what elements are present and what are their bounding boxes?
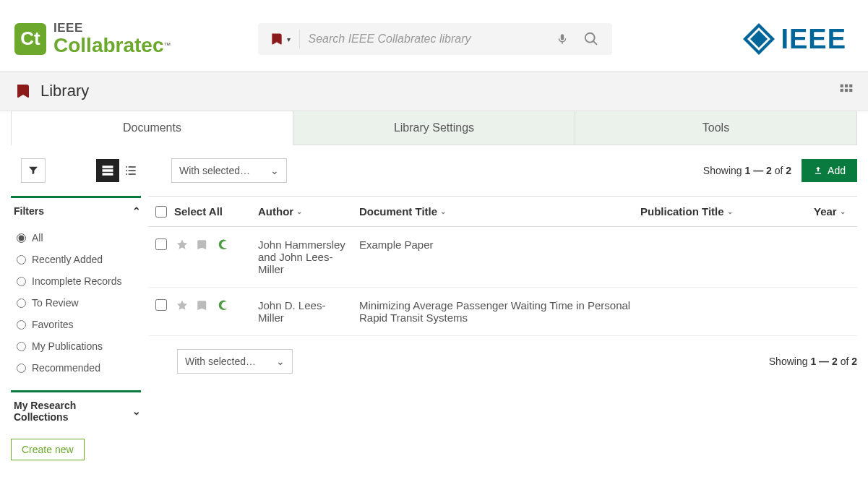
collections-panel-header[interactable]: My Research Collections ⌄ xyxy=(11,390,141,430)
svg-rect-8 xyxy=(849,88,852,91)
showing-count-bottom: Showing 1 — 2 of 2 xyxy=(769,356,857,367)
overleaf-icon[interactable] xyxy=(216,299,229,312)
upload-icon xyxy=(813,165,823,176)
ieee-logo[interactable]: IEEE xyxy=(742,22,846,56)
table-icon xyxy=(100,163,115,178)
tab-documents[interactable]: Documents xyxy=(11,111,293,145)
sidebar: Filters ⌃ All Recently Added Incomplete … xyxy=(11,196,148,460)
collabratec-logo[interactable]: Ct IEEE Collabratec™ xyxy=(14,22,171,56)
row-author: John Hammersley and John Lees-Miller xyxy=(258,238,359,275)
document-table: Select All Author⌄ Document Title⌄ Publi… xyxy=(148,196,857,460)
logo-collabratec-text: Collabratec™ xyxy=(53,35,171,56)
filter-to-review[interactable]: To Review xyxy=(17,292,141,314)
book-icon[interactable] xyxy=(196,299,209,312)
search-bar: ▾ xyxy=(258,23,612,55)
filter-recommended[interactable]: Recommended xyxy=(17,357,141,379)
row-checkbox[interactable] xyxy=(155,299,167,311)
svg-rect-4 xyxy=(845,84,848,87)
row-year xyxy=(814,299,857,324)
row-publication xyxy=(640,299,814,324)
caret-down-icon: ⌄ xyxy=(276,356,285,367)
caret-down-icon: ⌄ xyxy=(270,165,279,176)
view-list-button[interactable] xyxy=(119,159,142,182)
ieee-diamond-icon xyxy=(742,22,776,56)
filter-recently-added[interactable]: Recently Added xyxy=(17,249,141,270)
filters-panel-header[interactable]: Filters ⌃ xyxy=(11,196,141,224)
with-selected-dropdown-bottom[interactable]: With selected… ⌄ xyxy=(177,349,293,374)
row-year xyxy=(814,238,857,275)
funnel-icon xyxy=(27,165,39,176)
list-icon xyxy=(124,163,138,178)
logo-ieee-small-text: IEEE xyxy=(53,22,171,35)
add-button[interactable]: Add xyxy=(802,159,857,182)
create-new-collection-button[interactable]: Create new xyxy=(11,439,85,460)
column-publication-title[interactable]: Publication Title⌄ xyxy=(640,205,814,218)
search-scope-dropdown[interactable]: ▾ xyxy=(264,32,299,46)
column-year[interactable]: Year⌄ xyxy=(814,205,857,218)
search-icon[interactable] xyxy=(576,31,606,47)
content: Filters ⌃ All Recently Added Incomplete … xyxy=(11,196,857,460)
table-row[interactable]: John D. Lees-Miller Minimizing Average P… xyxy=(148,288,857,336)
library-icon xyxy=(14,82,32,100)
column-author[interactable]: Author⌄ xyxy=(258,205,359,218)
svg-rect-6 xyxy=(841,88,843,91)
svg-rect-7 xyxy=(845,88,848,91)
filter-incomplete-records[interactable]: Incomplete Records xyxy=(17,270,141,292)
filters-list: All Recently Added Incomplete Records To… xyxy=(11,224,141,390)
chevron-up-icon: ⌃ xyxy=(132,205,141,217)
with-selected-dropdown[interactable]: With selected… ⌄ xyxy=(171,158,287,183)
tab-library-settings[interactable]: Library Settings xyxy=(293,111,575,145)
showing-count: Showing 1 — 2 of 2 xyxy=(703,165,791,176)
caret-down-icon: ▾ xyxy=(287,35,291,43)
page-title: Library xyxy=(14,82,89,100)
toolbar: With selected… ⌄ Showing 1 — 2 of 2 Add xyxy=(11,145,857,196)
filter-toggle-button[interactable] xyxy=(21,158,46,183)
filter-favorites[interactable]: Favorites xyxy=(17,314,141,335)
view-toggle xyxy=(96,159,142,182)
row-publication xyxy=(640,238,814,275)
column-document-title[interactable]: Document Title⌄ xyxy=(359,205,640,218)
search-input[interactable] xyxy=(300,33,549,46)
select-all-checkbox[interactable] xyxy=(155,206,167,218)
row-title[interactable]: Example Paper xyxy=(359,238,640,275)
filter-my-publications[interactable]: My Publications xyxy=(17,335,141,357)
book-icon xyxy=(270,32,284,46)
table-header: Select All Author⌄ Document Title⌄ Publi… xyxy=(148,196,857,227)
column-select-all[interactable]: Select All xyxy=(174,205,258,218)
table-footer: With selected… ⌄ Showing 1 — 2 of 2 xyxy=(148,336,857,387)
page-body: Documents Library Settings Tools With se… xyxy=(0,111,868,460)
tabs: Documents Library Settings Tools xyxy=(11,111,857,145)
view-table-button[interactable] xyxy=(96,159,119,182)
filter-all[interactable]: All xyxy=(17,227,141,249)
row-title[interactable]: Minimizing Average Passenger Waiting Tim… xyxy=(359,299,640,324)
ieee-text: IEEE xyxy=(781,24,846,55)
table-row[interactable]: John Hammersley and John Lees-Miller Exa… xyxy=(148,227,857,288)
page-band: Library xyxy=(0,71,868,111)
star-icon[interactable] xyxy=(176,299,189,312)
svg-rect-3 xyxy=(841,84,843,87)
svg-rect-5 xyxy=(849,84,852,87)
overleaf-icon[interactable] xyxy=(216,238,229,252)
chevron-down-icon: ⌄ xyxy=(132,405,141,417)
collabratec-mark-icon: Ct xyxy=(14,23,46,55)
star-icon[interactable] xyxy=(176,238,189,252)
grid-icon[interactable] xyxy=(839,83,854,100)
tab-tools[interactable]: Tools xyxy=(575,111,857,145)
book-icon[interactable] xyxy=(196,238,209,252)
top-header: Ct IEEE Collabratec™ ▾ IEEE xyxy=(0,0,868,71)
collabratec-logotype: IEEE Collabratec™ xyxy=(53,22,171,56)
microphone-icon[interactable] xyxy=(549,33,576,46)
row-author: John D. Lees-Miller xyxy=(258,299,359,324)
row-checkbox[interactable] xyxy=(155,238,167,250)
